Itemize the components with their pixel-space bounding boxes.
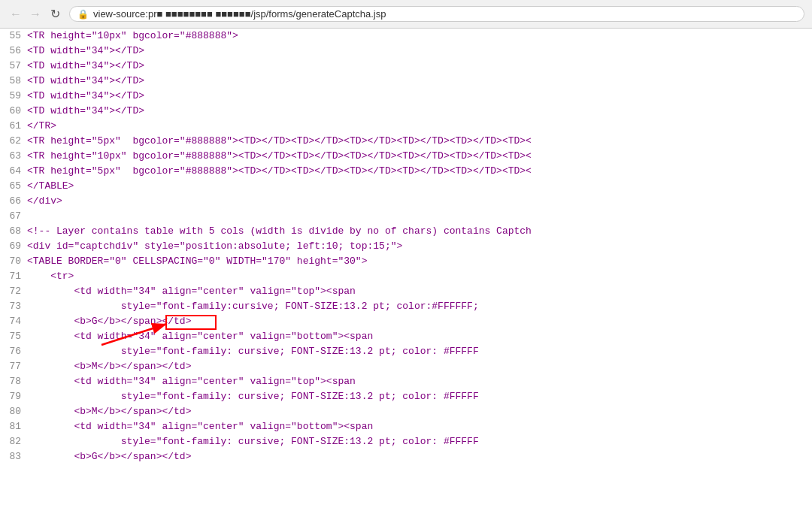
line-number: 64 [0,164,27,179]
line-number: 56 [0,44,27,59]
line-number: 57 [0,59,27,74]
table-row: 63<TR height="10px" bgcolor="#888888"><T… [0,149,812,164]
back-button[interactable]: ← [8,6,24,23]
line-number: 73 [0,299,27,314]
line-content: <TR height="10px" bgcolor="#888888"><TD>… [27,149,812,164]
source-view: 55<TR height="10px" bgcolor="#888888">56… [0,29,812,529]
table-row: 64<TR height="5px" bgcolor="#888888"><TD… [0,164,812,179]
line-number: 75 [0,329,27,344]
code-lines: 55<TR height="10px" bgcolor="#888888">56… [0,29,812,464]
line-number: 66 [0,194,27,209]
line-content: <td width="34" align="center" valign="bo… [27,419,812,434]
line-content: style="font-family:cursive; FONT-SIZE:13… [27,299,812,314]
line-content: <td width="34" align="center" valign="bo… [27,329,812,344]
table-row: 72 <td width="34" align="center" valign=… [0,284,812,299]
line-content: <TR height="10px" bgcolor="#888888"> [27,29,812,44]
line-number: 69 [0,239,27,254]
table-row: 58<TD width="34"></TD> [0,74,812,89]
table-row: 59<TD width="34"></TD> [0,89,812,104]
table-row: 56<TD width="34"></TD> [0,44,812,59]
table-row: 71 <tr> [0,269,812,284]
line-content: <td width="34" align="center" valign="to… [27,374,812,389]
table-row: 77 <b>M</b></span></td> [0,359,812,374]
line-number: 70 [0,254,27,269]
line-number: 68 [0,224,27,239]
line-number: 74 [0,314,27,329]
line-content: style="font-family: cursive; FONT-SIZE:1… [27,389,812,404]
line-number: 62 [0,134,27,149]
line-number: 58 [0,74,27,89]
reload-button[interactable]: ↻ [47,6,63,23]
table-row: 79 style="font-family: cursive; FONT-SIZ… [0,389,812,404]
table-row: 55<TR height="10px" bgcolor="#888888"> [0,29,812,44]
line-number: 67 [0,209,27,224]
line-content: <TD width="34"></TD> [27,59,812,74]
line-content: <tr> [27,269,812,284]
lock-icon: 🔒 [77,9,89,20]
line-number: 83 [0,449,27,464]
line-content: <TD width="34"></TD> [27,44,812,59]
line-number: 55 [0,29,27,44]
line-number: 60 [0,104,27,119]
table-row: 81 <td width="34" align="center" valign=… [0,419,812,434]
table-row: 66</div> [0,194,812,209]
line-content: <TABLE BORDER="0" CELLSPACING="0" WIDTH=… [27,254,812,269]
line-content: <TD width="34"></TD> [27,74,812,89]
browser-toolbar: ← → ↻ 🔒 view-source:pr■ ■■■■■■■■ ■■■■■■/… [0,0,812,29]
url-text: view-source:pr■ ■■■■■■■■ ■■■■■■/jsp/form… [93,8,386,20]
table-row: 73 style="font-family:cursive; FONT-SIZE… [0,299,812,314]
line-content: <!-- Layer contains table with 5 cols (w… [27,224,812,239]
line-number: 65 [0,179,27,194]
line-number: 81 [0,419,27,434]
table-row: 78 <td width="34" align="center" valign=… [0,374,812,389]
line-content: <TR height="5px" bgcolor="#888888"><TD><… [27,164,812,179]
nav-buttons: ← → ↻ [8,6,63,23]
line-number: 82 [0,434,27,449]
table-row: 74 <b>G</b></span></td> [0,314,812,329]
address-bar[interactable]: 🔒 view-source:pr■ ■■■■■■■■ ■■■■■■/jsp/fo… [69,6,804,22]
line-content: </div> [27,194,812,209]
table-row: 70<TABLE BORDER="0" CELLSPACING="0" WIDT… [0,254,812,269]
table-row: 61</TR> [0,119,812,134]
line-content: <div id="captchdiv" style="position:abso… [27,239,812,254]
line-number: 76 [0,344,27,359]
table-row: 57<TD width="34"></TD> [0,59,812,74]
line-number: 59 [0,89,27,104]
line-content: <b>M</b></span></td> [27,359,812,374]
line-number: 77 [0,359,27,374]
table-row: 62<TR height="5px" bgcolor="#888888"><TD… [0,134,812,149]
line-number: 80 [0,404,27,419]
table-row: 60<TD width="34"></TD> [0,104,812,119]
line-number: 78 [0,374,27,389]
line-number: 79 [0,389,27,404]
table-row: 67 [0,209,812,224]
line-number: 72 [0,284,27,299]
line-content: <b>G</b></span></td> [27,314,812,329]
line-number: 61 [0,119,27,134]
line-content: </TABLE> [27,179,812,194]
line-content: <b>M</b></span></td> [27,404,812,419]
table-row: 68<!-- Layer contains table with 5 cols … [0,224,812,239]
line-content: <TD width="34"></TD> [27,104,812,119]
line-number: 71 [0,269,27,284]
line-content: <td width="34" align="center" valign="to… [27,284,812,299]
line-content: style="font-family: cursive; FONT-SIZE:1… [27,434,812,449]
table-row: 69<div id="captchdiv" style="position:ab… [0,239,812,254]
line-content: <TR height="5px" bgcolor="#888888"><TD><… [27,134,812,149]
line-content: <TD width="34"></TD> [27,89,812,104]
table-row: 76 style="font-family: cursive; FONT-SIZ… [0,344,812,359]
line-content: <b>G</b></span></td> [27,449,812,464]
line-number: 63 [0,149,27,164]
table-row: 65</TABLE> [0,179,812,194]
line-content: style="font-family: cursive; FONT-SIZE:1… [27,344,812,359]
forward-button[interactable]: → [27,6,44,23]
table-row: 82 style="font-family: cursive; FONT-SIZ… [0,434,812,449]
table-row: 75 <td width="34" align="center" valign=… [0,329,812,344]
table-row: 83 <b>G</b></span></td> [0,449,812,464]
line-content: </TR> [27,119,812,134]
table-row: 80 <b>M</b></span></td> [0,404,812,419]
